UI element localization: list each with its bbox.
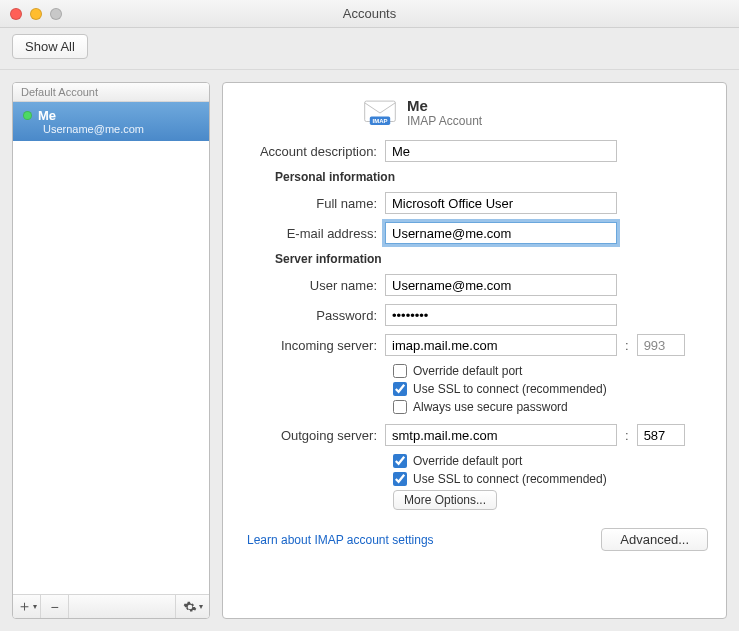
outgoing-port-input[interactable] [637,424,685,446]
incoming-ssl-label: Use SSL to connect (recommended) [413,382,607,396]
label-fullname: Full name: [233,196,385,211]
toolbar: Show All [0,28,739,70]
sidebar-footer: ＋▾ − ▾ [13,594,209,618]
detail-header: IMAP Me IMAP Account [363,97,708,128]
password-input[interactable] [385,304,617,326]
show-all-button[interactable]: Show All [12,34,88,59]
gear-icon [183,600,197,614]
status-online-icon [23,111,32,120]
port-separator: : [625,338,629,353]
accounts-list: Me Username@me.com [13,102,209,594]
incoming-port-input [637,334,685,356]
label-password: Password: [233,308,385,323]
section-server: Server information [275,252,708,266]
detail-title: Me [407,97,482,114]
detail-subtitle: IMAP Account [407,114,482,128]
full-name-input[interactable] [385,192,617,214]
account-email: Username@me.com [23,123,201,135]
incoming-ssl-checkbox[interactable] [393,382,407,396]
account-name: Me [38,108,56,123]
incoming-server-input[interactable] [385,334,617,356]
outgoing-server-input[interactable] [385,424,617,446]
account-detail-panel: IMAP Me IMAP Account Account description… [222,82,727,619]
settings-gear-button[interactable]: ▾ [175,595,209,618]
incoming-override-port-label: Override default port [413,364,522,378]
label-incoming: Incoming server: [233,338,385,353]
svg-text:IMAP: IMAP [373,118,388,124]
incoming-secure-password-checkbox[interactable] [393,400,407,414]
titlebar: Accounts [0,0,739,28]
email-input[interactable] [385,222,617,244]
sidebar-header: Default Account [13,83,209,102]
outgoing-override-port-checkbox[interactable] [393,454,407,468]
label-email: E-mail address: [233,226,385,241]
mail-imap-icon: IMAP [363,99,397,127]
label-username: User name: [233,278,385,293]
advanced-button[interactable]: Advanced... [601,528,708,551]
incoming-secure-password-label: Always use secure password [413,400,568,414]
learn-imap-link[interactable]: Learn about IMAP account settings [247,533,434,547]
account-list-item[interactable]: Me Username@me.com [13,102,209,141]
label-description: Account description: [233,144,385,159]
incoming-override-port-checkbox[interactable] [393,364,407,378]
outgoing-ssl-label: Use SSL to connect (recommended) [413,472,607,486]
remove-account-button[interactable]: − [41,595,69,618]
accounts-sidebar: Default Account Me Username@me.com ＋▾ − … [12,82,210,619]
window-title: Accounts [0,6,739,21]
outgoing-override-port-label: Override default port [413,454,522,468]
outgoing-ssl-checkbox[interactable] [393,472,407,486]
add-account-button[interactable]: ＋▾ [13,595,41,618]
more-options-button[interactable]: More Options... [393,490,497,510]
username-input[interactable] [385,274,617,296]
account-description-input[interactable] [385,140,617,162]
label-outgoing: Outgoing server: [233,428,385,443]
port-separator-2: : [625,428,629,443]
section-personal: Personal information [275,170,708,184]
